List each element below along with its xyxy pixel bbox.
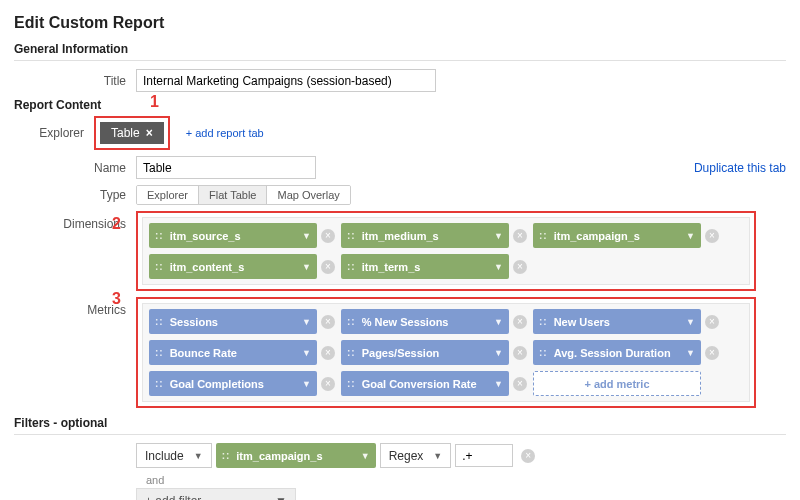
chip-label: Pages/Session bbox=[362, 347, 440, 359]
name-label: Name bbox=[14, 161, 136, 175]
add-report-tab[interactable]: + add report tab bbox=[186, 127, 264, 139]
type-label: Type bbox=[14, 188, 136, 202]
chip-label: itm_campaign_s bbox=[554, 230, 640, 242]
remove-chip-icon[interactable]: × bbox=[513, 377, 527, 391]
remove-chip-icon[interactable]: × bbox=[321, 346, 335, 360]
callout-1: 1 bbox=[150, 93, 159, 111]
name-input[interactable] bbox=[136, 156, 316, 179]
remove-chip-icon[interactable]: × bbox=[321, 377, 335, 391]
chevron-down-icon: ▼ bbox=[494, 231, 503, 241]
filter-dimension-chip[interactable]: :: itm_campaign_s ▼ bbox=[216, 443, 376, 468]
divider bbox=[14, 60, 786, 61]
filters-title: Filters bbox=[14, 416, 50, 430]
remove-chip-icon[interactable]: × bbox=[705, 346, 719, 360]
type-map-overlay[interactable]: Map Overlay bbox=[267, 186, 349, 204]
remove-chip-icon[interactable]: × bbox=[513, 260, 527, 274]
chip-wrap: ::New Users▼× bbox=[533, 309, 719, 334]
page-title: Edit Custom Report bbox=[14, 14, 786, 32]
chevron-down-icon: ▼ bbox=[194, 451, 203, 461]
chip-label: itm_source_s bbox=[170, 230, 241, 242]
filter-dimension-label: itm_campaign_s bbox=[236, 450, 322, 462]
add-filter-button[interactable]: + add filter ▼ bbox=[136, 488, 296, 500]
remove-chip-icon[interactable]: × bbox=[321, 260, 335, 274]
remove-chip-icon[interactable]: × bbox=[513, 315, 527, 329]
add-metric-button[interactable]: + add metric bbox=[533, 371, 701, 396]
grip-icon: :: bbox=[155, 347, 164, 358]
blue-chip[interactable]: ::Sessions▼ bbox=[149, 309, 317, 334]
blue-chip[interactable]: ::Goal Conversion Rate▼ bbox=[341, 371, 509, 396]
chip-label: Bounce Rate bbox=[170, 347, 237, 359]
remove-chip-icon[interactable]: × bbox=[705, 315, 719, 329]
chip-wrap: ::Pages/Session▼× bbox=[341, 340, 527, 365]
filter-delete-icon[interactable]: × bbox=[521, 449, 535, 463]
filter-and-label: and bbox=[146, 474, 786, 486]
chip-wrap: + add metric bbox=[533, 371, 701, 396]
remove-chip-icon[interactable]: × bbox=[513, 229, 527, 243]
grip-icon: :: bbox=[222, 450, 231, 461]
grip-icon: :: bbox=[539, 316, 548, 327]
chip-wrap: ::Avg. Session Duration▼× bbox=[533, 340, 719, 365]
chip-wrap: ::Goal Completions▼× bbox=[149, 371, 335, 396]
blue-chip[interactable]: ::Avg. Session Duration▼ bbox=[533, 340, 701, 365]
green-chip[interactable]: ::itm_content_s▼ bbox=[149, 254, 317, 279]
filter-include-label: Include bbox=[145, 449, 184, 463]
chip-label: Goal Completions bbox=[170, 378, 264, 390]
chevron-down-icon: ▼ bbox=[494, 348, 503, 358]
chip-label: itm_content_s bbox=[170, 261, 245, 273]
type-segmented: Explorer Flat Table Map Overlay bbox=[136, 185, 351, 205]
chevron-down-icon: ▼ bbox=[686, 231, 695, 241]
blue-chip[interactable]: ::% New Sessions▼ bbox=[341, 309, 509, 334]
remove-chip-icon[interactable]: × bbox=[321, 229, 335, 243]
blue-chip[interactable]: ::New Users▼ bbox=[533, 309, 701, 334]
green-chip[interactable]: ::itm_source_s▼ bbox=[149, 223, 317, 248]
remove-chip-icon[interactable]: × bbox=[705, 229, 719, 243]
report-content-title: Report Content bbox=[14, 98, 786, 112]
chip-wrap: ::itm_term_s▼× bbox=[341, 254, 527, 279]
duplicate-tab-link[interactable]: Duplicate this tab bbox=[694, 161, 786, 175]
green-chip[interactable]: ::itm_campaign_s▼ bbox=[533, 223, 701, 248]
chip-label: itm_term_s bbox=[362, 261, 421, 273]
type-explorer[interactable]: Explorer bbox=[137, 186, 199, 204]
general-section-title: General Information bbox=[14, 42, 786, 56]
chevron-down-icon: ▼ bbox=[433, 451, 442, 461]
blue-chip[interactable]: ::Pages/Session▼ bbox=[341, 340, 509, 365]
metrics-container: ::Sessions▼×::% New Sessions▼×::New User… bbox=[142, 303, 750, 402]
grip-icon: :: bbox=[347, 378, 356, 389]
green-chip[interactable]: ::itm_term_s▼ bbox=[341, 254, 509, 279]
chevron-down-icon: ▼ bbox=[686, 317, 695, 327]
chip-label: Goal Conversion Rate bbox=[362, 378, 477, 390]
explorer-tab[interactable]: Explorer bbox=[14, 126, 94, 140]
chevron-down-icon: ▼ bbox=[302, 317, 311, 327]
title-input[interactable] bbox=[136, 69, 436, 92]
filters-optional: - optional bbox=[50, 416, 107, 430]
blue-chip[interactable]: ::Bounce Rate▼ bbox=[149, 340, 317, 365]
filter-match-select[interactable]: Regex ▼ bbox=[380, 443, 452, 468]
table-tab-label: Table bbox=[111, 126, 140, 140]
highlight-metrics-box: ::Sessions▼×::% New Sessions▼×::New User… bbox=[136, 297, 756, 408]
chevron-down-icon: ▼ bbox=[361, 451, 370, 461]
grip-icon: :: bbox=[155, 378, 164, 389]
grip-icon: :: bbox=[155, 316, 164, 327]
divider bbox=[14, 434, 786, 435]
chip-label: itm_medium_s bbox=[362, 230, 439, 242]
type-flat-table[interactable]: Flat Table bbox=[199, 186, 268, 204]
close-icon[interactable]: × bbox=[146, 126, 153, 140]
callout-2: 2 bbox=[112, 215, 121, 233]
callout-3: 3 bbox=[112, 290, 121, 308]
chip-wrap: ::itm_content_s▼× bbox=[149, 254, 335, 279]
chip-wrap: ::% New Sessions▼× bbox=[341, 309, 527, 334]
chip-wrap: ::Goal Conversion Rate▼× bbox=[341, 371, 527, 396]
remove-chip-icon[interactable]: × bbox=[513, 346, 527, 360]
grip-icon: :: bbox=[539, 230, 548, 241]
grip-icon: :: bbox=[347, 261, 356, 272]
green-chip[interactable]: ::itm_medium_s▼ bbox=[341, 223, 509, 248]
grip-icon: :: bbox=[539, 347, 548, 358]
chevron-down-icon: ▼ bbox=[302, 379, 311, 389]
grip-icon: :: bbox=[347, 347, 356, 358]
table-tab[interactable]: Table × bbox=[100, 122, 164, 144]
filter-value-input[interactable] bbox=[455, 444, 513, 467]
chip-wrap: ::itm_medium_s▼× bbox=[341, 223, 527, 248]
blue-chip[interactable]: ::Goal Completions▼ bbox=[149, 371, 317, 396]
filter-include-select[interactable]: Include ▼ bbox=[136, 443, 212, 468]
remove-chip-icon[interactable]: × bbox=[321, 315, 335, 329]
